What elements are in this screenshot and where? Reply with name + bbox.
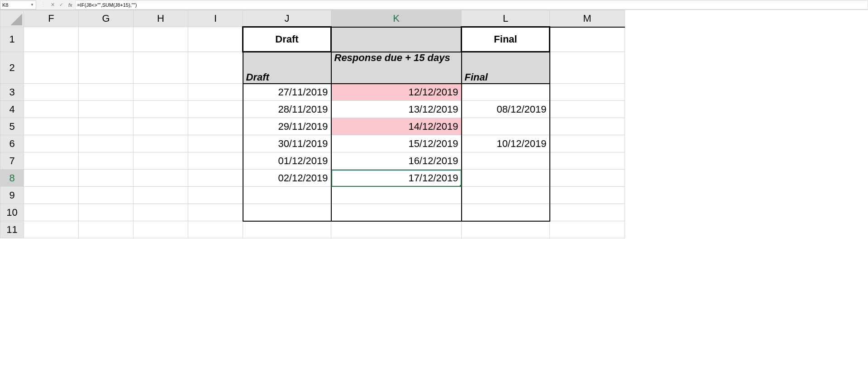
cell-J8[interactable]: 02/12/2019 bbox=[243, 170, 331, 187]
cell-H7[interactable] bbox=[134, 152, 188, 170]
cell-H8[interactable] bbox=[134, 170, 188, 187]
cell-L10[interactable] bbox=[462, 204, 550, 221]
cell-I1[interactable] bbox=[188, 27, 243, 52]
col-header-L[interactable]: L bbox=[462, 10, 550, 27]
cell-L3[interactable] bbox=[462, 84, 550, 101]
cell-J7[interactable]: 01/12/2019 bbox=[243, 152, 331, 170]
cell-K9[interactable] bbox=[331, 187, 462, 204]
cell-F2[interactable] bbox=[24, 52, 79, 84]
cell-L6[interactable]: 10/12/2019 bbox=[462, 135, 550, 152]
cell-H3[interactable] bbox=[134, 84, 188, 101]
cell-I2[interactable] bbox=[188, 52, 243, 84]
cell-I11[interactable] bbox=[188, 221, 243, 238]
name-box[interactable]: K8 ▼ bbox=[0, 0, 36, 9]
row-header-8[interactable]: 8 bbox=[0, 170, 24, 187]
cell-K3[interactable]: 12/12/2019 bbox=[331, 84, 462, 101]
col-header-G[interactable]: G bbox=[79, 10, 134, 27]
row-header-6[interactable]: 6 bbox=[0, 135, 24, 152]
cell-K1[interactable] bbox=[331, 27, 462, 52]
cell-G10[interactable] bbox=[79, 204, 134, 221]
cell-G11[interactable] bbox=[79, 221, 134, 238]
cell-F3[interactable] bbox=[24, 84, 79, 101]
row-header-5[interactable]: 5 bbox=[0, 118, 24, 135]
cell-G9[interactable] bbox=[79, 187, 134, 204]
cell-H10[interactable] bbox=[134, 204, 188, 221]
row-header-11[interactable]: 11 bbox=[0, 221, 24, 238]
cell-F8[interactable] bbox=[24, 170, 79, 187]
cell-K2[interactable]: Response due + 15 days bbox=[331, 52, 462, 84]
cell-F6[interactable] bbox=[24, 135, 79, 152]
cell-F5[interactable] bbox=[24, 118, 79, 135]
cell-J6[interactable]: 30/11/2019 bbox=[243, 135, 331, 152]
row-header-4[interactable]: 4 bbox=[0, 101, 24, 118]
cell-J3[interactable]: 27/11/2019 bbox=[243, 84, 331, 101]
fx-label[interactable]: fx bbox=[66, 2, 75, 8]
cancel-icon[interactable]: ✕ bbox=[48, 2, 57, 8]
cell-L2[interactable]: Final bbox=[462, 52, 550, 84]
col-header-H[interactable]: H bbox=[134, 10, 188, 27]
cell-F4[interactable] bbox=[24, 101, 79, 118]
row-header-9[interactable]: 9 bbox=[0, 187, 24, 204]
cell-M8[interactable] bbox=[550, 170, 625, 187]
cell-I3[interactable] bbox=[188, 84, 243, 101]
cell-I5[interactable] bbox=[188, 118, 243, 135]
cell-M3[interactable] bbox=[550, 84, 625, 101]
cell-K5[interactable]: 14/12/2019 bbox=[331, 118, 462, 135]
cell-J1[interactable]: Draft bbox=[243, 27, 331, 52]
cell-J10[interactable] bbox=[243, 204, 331, 221]
cell-H2[interactable] bbox=[134, 52, 188, 84]
cell-K6[interactable]: 15/12/2019 bbox=[331, 135, 462, 152]
formula-input[interactable]: =IF(J8<>"",SUM(J8+15),"") bbox=[75, 0, 868, 9]
cell-M10[interactable] bbox=[550, 204, 625, 221]
row-header-7[interactable]: 7 bbox=[0, 152, 24, 170]
cell-L1[interactable]: Final bbox=[462, 27, 550, 52]
cell-J9[interactable] bbox=[243, 187, 331, 204]
cell-G5[interactable] bbox=[79, 118, 134, 135]
cell-H5[interactable] bbox=[134, 118, 188, 135]
cell-G2[interactable] bbox=[79, 52, 134, 84]
cell-M7[interactable] bbox=[550, 152, 625, 170]
cell-G1[interactable] bbox=[79, 27, 134, 52]
cell-I10[interactable] bbox=[188, 204, 243, 221]
cell-F9[interactable] bbox=[24, 187, 79, 204]
chevron-down-icon[interactable]: ▼ bbox=[30, 3, 34, 7]
cell-K4[interactable]: 13/12/2019 bbox=[331, 101, 462, 118]
cell-F11[interactable] bbox=[24, 221, 79, 238]
cell-M6[interactable] bbox=[550, 135, 625, 152]
cell-G7[interactable] bbox=[79, 152, 134, 170]
row-header-2[interactable]: 2 bbox=[0, 52, 24, 84]
cell-J11[interactable] bbox=[243, 221, 331, 238]
cell-F1[interactable] bbox=[24, 27, 79, 52]
cell-L8[interactable] bbox=[462, 170, 550, 187]
cell-H1[interactable] bbox=[134, 27, 188, 52]
col-header-F[interactable]: F bbox=[24, 10, 79, 27]
cell-I7[interactable] bbox=[188, 152, 243, 170]
cell-L4[interactable]: 08/12/2019 bbox=[462, 101, 550, 118]
cell-K7[interactable]: 16/12/2019 bbox=[331, 152, 462, 170]
cell-M9[interactable] bbox=[550, 187, 625, 204]
row-header-3[interactable]: 3 bbox=[0, 84, 24, 101]
cell-H4[interactable] bbox=[134, 101, 188, 118]
cell-M11[interactable] bbox=[550, 221, 625, 238]
cell-L5[interactable] bbox=[462, 118, 550, 135]
cell-G4[interactable] bbox=[79, 101, 134, 118]
cell-M4[interactable] bbox=[550, 101, 625, 118]
cell-I8[interactable] bbox=[188, 170, 243, 187]
cell-M2[interactable] bbox=[550, 52, 625, 84]
cell-F10[interactable] bbox=[24, 204, 79, 221]
cell-M5[interactable] bbox=[550, 118, 625, 135]
col-header-M[interactable]: M bbox=[550, 10, 625, 27]
cell-J4[interactable]: 28/11/2019 bbox=[243, 101, 331, 118]
cell-G8[interactable] bbox=[79, 170, 134, 187]
cell-K11[interactable] bbox=[331, 221, 462, 238]
cell-I6[interactable] bbox=[188, 135, 243, 152]
col-header-I[interactable]: I bbox=[188, 10, 243, 27]
cell-H11[interactable] bbox=[134, 221, 188, 238]
enter-icon[interactable]: ✓ bbox=[57, 2, 66, 8]
cell-H6[interactable] bbox=[134, 135, 188, 152]
cell-G3[interactable] bbox=[79, 84, 134, 101]
cell-I9[interactable] bbox=[188, 187, 243, 204]
cell-G6[interactable] bbox=[79, 135, 134, 152]
cell-K10[interactable] bbox=[331, 204, 462, 221]
row-header-10[interactable]: 10 bbox=[0, 204, 24, 221]
